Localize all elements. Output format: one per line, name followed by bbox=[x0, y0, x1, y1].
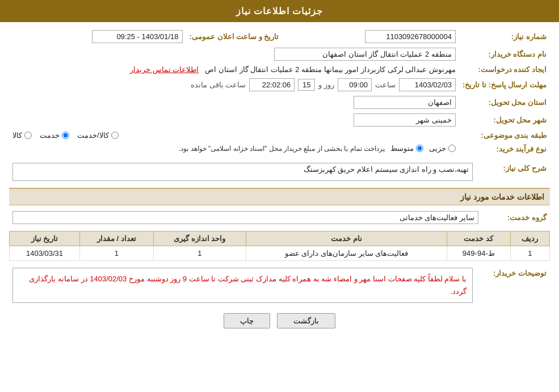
category-option-3: کالا/خدمت bbox=[77, 131, 119, 140]
col-header-row: ردیف bbox=[510, 231, 549, 246]
reply-remain-label: ساعت باقی مانده bbox=[191, 81, 246, 89]
process-row: جزیی متوسط پرداخت تمام یا بخشی از مبلغ خ… bbox=[9, 142, 459, 156]
reply-time-box: 09:00 bbox=[338, 78, 372, 91]
category-radio-group: کالا خدمت کالا/خدمت bbox=[12, 131, 456, 140]
order-number-value: 1103092678000004 bbox=[282, 28, 459, 45]
buyer-notes-cell: با سلام لطفاً کلیه صفحات اسنا مهر و امضا… bbox=[9, 265, 476, 305]
services-data-table: ردیف کد خدمت نام خدمت واحد اندازه گیری ت… bbox=[9, 231, 550, 261]
description-label: شرح کلی نیاز: bbox=[476, 161, 550, 183]
announce-value: 1403/01/18 - 09:25 bbox=[9, 28, 186, 45]
buyer-value-cell: منطقه 2 عملیات انتقال گاز استان اصفهان bbox=[9, 45, 459, 63]
category-radio-both[interactable] bbox=[111, 132, 119, 139]
description-table: شرح کلی نیاز: تهیه،نصب و راه اندازی سیست… bbox=[9, 161, 550, 183]
cell-date: 1403/03/31 bbox=[10, 246, 80, 261]
province-label: استان محل تحویل: bbox=[459, 94, 550, 111]
reply-row: 1403/02/03 ساعت 09:00 روز و 15 22:02:06 … bbox=[9, 76, 459, 94]
main-content: شماره نیاز: 1103092678000004 تاریخ و ساع… bbox=[0, 22, 559, 340]
order-number-box: 1103092678000004 bbox=[365, 30, 456, 43]
category-radio-khedmat[interactable] bbox=[62, 132, 69, 139]
category-label-1: کالا bbox=[12, 131, 22, 140]
category-option-1: کالا bbox=[12, 131, 32, 140]
process-note: پرداخت تمام یا بخشی از مبلغ خریداز محل "… bbox=[179, 145, 385, 153]
process-radio-mutavasit[interactable] bbox=[416, 145, 423, 152]
buyer-notes-box: با سلام لطفاً کلیه صفحات اسنا مهر و امضا… bbox=[12, 268, 473, 303]
province-box: اصفهان bbox=[354, 96, 456, 109]
col-header-unit: واحد اندازه گیری bbox=[153, 231, 246, 246]
service-group-label: گروه خدمت: bbox=[482, 209, 550, 226]
reply-time-label: ساعت bbox=[375, 81, 396, 89]
table-row: 1 ط-94-949 فعالیت‌های سایر سازمان‌های دا… bbox=[10, 246, 550, 261]
page-title: جزئیات اطلاعات نیاز bbox=[236, 6, 323, 16]
print-button[interactable]: چاپ bbox=[224, 313, 270, 328]
category-label: طبقه بندی موضوعی: bbox=[459, 129, 550, 142]
services-section-header: اطلاعات خدمات مورد نیاز bbox=[9, 188, 550, 205]
col-header-name: نام خدمت bbox=[246, 231, 447, 246]
page-wrapper: جزئیات اطلاعات نیاز شماره نیاز: 11030926… bbox=[0, 0, 559, 392]
reply-day-label: روز و bbox=[318, 81, 334, 89]
col-header-date: تاریخ نیاز bbox=[10, 231, 80, 246]
order-number-label: شماره نیاز: bbox=[459, 28, 550, 45]
province-value-cell: اصفهان bbox=[9, 94, 459, 111]
notes-table: توضیحات خریدار: با سلام لطفاً کلیه صفحات… bbox=[9, 265, 550, 305]
buyer-notes-label: توضیحات خریدار: bbox=[476, 265, 550, 305]
reply-remain-box: 22:02:06 bbox=[249, 78, 295, 91]
announce-label: تاریخ و ساعت اعلان عمومی: bbox=[186, 28, 283, 45]
button-row: بازگشت چاپ bbox=[9, 313, 550, 328]
category-label-3: کالا/خدمت bbox=[77, 131, 109, 140]
description-box: تهیه،نصب و راه اندازی سیستم اعلام حریق ک… bbox=[12, 163, 473, 181]
process-label: نوع فرآیند خرید: bbox=[459, 142, 550, 156]
creator-value-cell: مهرنوش عبدالی لرکی کاربرداز امور بیمانها… bbox=[9, 63, 459, 76]
creator-name: مهرنوش عبدالی لرکی کاربرداز امور بیمانها… bbox=[205, 65, 456, 74]
process-label-1: جزیی bbox=[429, 144, 446, 153]
process-radio-jozi[interactable] bbox=[448, 145, 456, 152]
buyer-box: منطقه 2 عملیات انتقال گاز استان اصفهان bbox=[274, 48, 456, 61]
announce-box: 1403/01/18 - 09:25 bbox=[92, 30, 183, 43]
col-header-code: کد خدمت bbox=[447, 231, 511, 246]
cell-code: ط-94-949 bbox=[447, 246, 511, 261]
cell-unit: 1 bbox=[153, 246, 246, 261]
cell-name: فعالیت‌های سایر سازمان‌های دارای عضو bbox=[246, 246, 447, 261]
city-value-cell: خمینی شهر bbox=[9, 111, 459, 129]
info-table: شماره نیاز: 1103092678000004 تاریخ و ساع… bbox=[9, 28, 550, 156]
reply-label: مهلت ارسال پاسخ: تا تاریخ: bbox=[459, 76, 550, 94]
city-label: شهر محل تحویل: bbox=[459, 111, 550, 129]
cell-row: 1 bbox=[510, 246, 549, 261]
back-button[interactable]: بازگشت bbox=[277, 313, 335, 328]
reply-date-box: 1403/02/03 bbox=[399, 78, 456, 91]
service-group-table: گروه خدمت: سایر فعالیت‌های خدماتی bbox=[9, 209, 550, 226]
creator-label: ایجاد کننده درخواست: bbox=[459, 63, 550, 76]
process-option-1: جزیی bbox=[429, 144, 456, 153]
city-box: خمینی شهر bbox=[354, 113, 456, 127]
category-radio-kala[interactable] bbox=[24, 132, 32, 139]
reply-day-box: 15 bbox=[298, 79, 315, 91]
category-row: کالا خدمت کالا/خدمت bbox=[9, 129, 459, 142]
category-option-2: خدمت bbox=[40, 131, 69, 140]
cell-qty: 1 bbox=[79, 246, 153, 261]
description-cell: تهیه،نصب و راه اندازی سیستم اعلام حریق ک… bbox=[9, 161, 476, 183]
process-option-2: متوسط bbox=[390, 144, 423, 153]
contact-link[interactable]: اطلاعات تماس خریدار bbox=[130, 65, 199, 74]
service-group-cell: سایر فعالیت‌های خدماتی bbox=[9, 209, 482, 226]
buyer-label: نام دستگاه خریدار: bbox=[459, 45, 550, 63]
category-label-2: خدمت bbox=[40, 131, 60, 140]
col-header-qty: تعداد / مقدار bbox=[79, 231, 153, 246]
service-group-box: سایر فعالیت‌های خدماتی bbox=[12, 211, 478, 224]
process-label-2: متوسط bbox=[390, 144, 414, 153]
page-header: جزئیات اطلاعات نیاز bbox=[0, 0, 559, 22]
